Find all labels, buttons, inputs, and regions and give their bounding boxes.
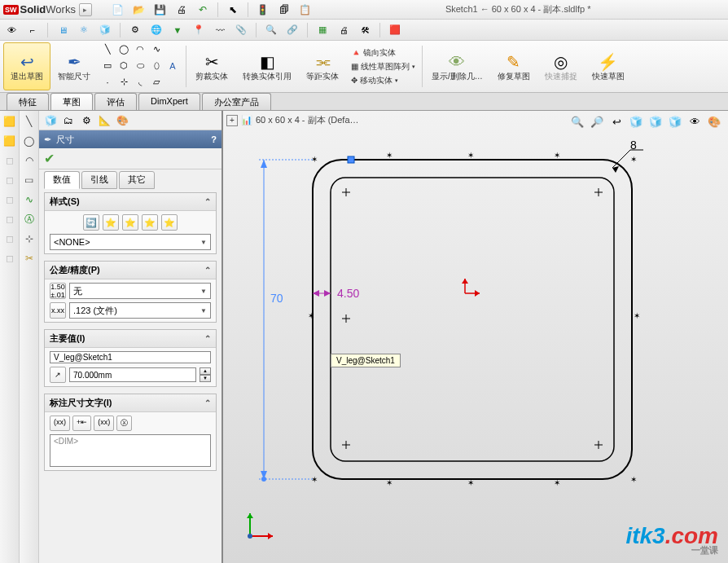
primary-header[interactable]: 主要值(I)⌃ <box>45 330 216 348</box>
hole-icon[interactable]: ◻ <box>2 251 17 266</box>
graphics-area[interactable]: + 📊 60 x 60 x 4 - 副本 (Defa… 🔍 🔎 ↩ 🧊 🧊 🧊 … <box>223 111 728 563</box>
menu-chevron-icon[interactable]: ▸ <box>79 3 92 16</box>
tab-evaluate[interactable]: 评估 <box>94 93 137 110</box>
tab-office[interactable]: 办公室产品 <box>202 93 271 110</box>
style-star-add-icon[interactable]: ⭐ <box>103 214 119 231</box>
exit-sketch-button[interactable]: ↩ 退出草图 <box>3 42 50 90</box>
undo-icon[interactable]: ↶ <box>196 3 209 16</box>
pin-icon[interactable]: 📍 <box>192 24 205 37</box>
plane-icon[interactable]: ▱ <box>150 76 163 89</box>
rect2-icon[interactable]: ▭ <box>22 173 37 187</box>
spline-icon[interactable]: ∿ <box>150 43 163 56</box>
line2-icon[interactable]: ╲ <box>22 114 37 129</box>
extrude-icon[interactable]: 🟨 <box>2 114 17 129</box>
dimension-8[interactable]: 8 <box>630 139 637 152</box>
ellipse-icon[interactable]: ⬯ <box>150 59 163 73</box>
point-icon[interactable]: · <box>101 76 114 89</box>
smart-dimension-button[interactable]: ✒ 智能尺寸 <box>50 42 98 90</box>
config-mgr-icon[interactable]: ⚙ <box>80 114 93 127</box>
new-file-icon[interactable]: 📄 <box>112 3 125 16</box>
style-star-del-icon[interactable]: ⭐ <box>122 214 138 231</box>
tab-features[interactable]: 特征 <box>7 93 49 110</box>
symbol-button[interactable]: ⓧ <box>116 416 132 431</box>
feature-tree-icon[interactable]: 🧊 <box>44 114 57 127</box>
subtab-other[interactable]: 其它 <box>119 171 155 189</box>
dimension-name-input[interactable] <box>50 351 211 363</box>
prefix-button[interactable]: +⇤ <box>72 416 91 431</box>
style-star-save-icon[interactable]: ⭐ <box>142 214 158 231</box>
suffix-button[interactable]: (xx) <box>94 416 114 431</box>
trim2-icon[interactable]: ✂ <box>22 251 37 266</box>
style-load-icon[interactable]: 🔄 <box>83 214 99 231</box>
options-icon[interactable]: 🗐 <box>278 3 291 16</box>
globe-icon[interactable]: 🌐 <box>150 24 163 37</box>
point2-icon[interactable]: ⊹ <box>22 231 37 246</box>
show-hide-button[interactable]: 👁 显示/删除几… <box>424 42 490 90</box>
select-icon[interactable]: ⬉ <box>226 3 239 16</box>
convert-button[interactable]: ◧ 转换实体引用 <box>235 42 299 90</box>
network-icon[interactable]: ⚛ <box>77 24 90 37</box>
search-icon[interactable]: 🔍 <box>265 24 278 37</box>
rapid-sketch-button[interactable]: ⚡ 快速草图 <box>585 42 632 90</box>
style-star-update-icon[interactable]: ⭐ <box>161 214 178 231</box>
ok-check-icon[interactable]: ✔ <box>44 151 55 166</box>
arc2-icon[interactable]: ◠ <box>22 153 37 168</box>
tab-dimxpert[interactable]: DimXpert <box>138 93 200 110</box>
move-row[interactable]: ✥移动实体▾ <box>351 75 415 86</box>
sweep-icon[interactable]: ◻ <box>2 153 17 168</box>
rectangle-icon[interactable]: ▭ <box>101 59 114 73</box>
slot-icon[interactable]: ⬭ <box>134 59 147 73</box>
value-spinner[interactable]: ▲▼ <box>200 367 211 382</box>
tab-sketch[interactable]: 草图 <box>50 93 93 110</box>
open-file-icon[interactable]: 📂 <box>133 3 146 16</box>
dimension-value-input[interactable] <box>69 367 196 382</box>
circle2-icon[interactable]: ◯ <box>22 134 37 148</box>
boundary-icon[interactable]: ◻ <box>2 192 17 207</box>
corner-icon[interactable]: ⌐ <box>26 24 39 37</box>
tools-icon[interactable]: 🛠 <box>358 24 371 37</box>
tolerance-mode-combo[interactable]: 无▼ <box>69 283 211 299</box>
linear-pattern-row[interactable]: ▦线性草图阵列▾ <box>351 61 415 73</box>
excel-icon[interactable]: ▦ <box>316 24 329 37</box>
link-icon[interactable]: 🔗 <box>286 24 299 37</box>
quick-snap-button[interactable]: ◎ 快速捕捉 <box>537 42 585 90</box>
centerline-icon[interactable]: ⊹ <box>117 76 130 89</box>
circle-icon[interactable]: ◯ <box>117 43 130 56</box>
cut-extrude-icon[interactable]: ◻ <box>2 212 17 227</box>
status-icon[interactable]: 🟥 <box>388 24 401 37</box>
polygon-icon[interactable]: ⬡ <box>117 59 130 73</box>
arc-icon[interactable]: ◠ <box>134 43 147 56</box>
dimxpert-mgr-icon[interactable]: 📐 <box>98 114 111 127</box>
print-icon[interactable]: 🖨 <box>175 3 188 16</box>
subtab-value[interactable]: 数值 <box>44 171 80 189</box>
rebuild-icon[interactable]: 🚦 <box>257 3 270 16</box>
text2-icon[interactable]: Ⓐ <box>22 212 37 227</box>
loft-icon[interactable]: ◻ <box>2 173 17 187</box>
style-combo[interactable]: <NONE>▼ <box>50 234 211 250</box>
display-mgr-icon[interactable]: 🎨 <box>116 114 129 127</box>
property-mgr-icon[interactable]: 🗂 <box>62 114 75 127</box>
dimtext-header[interactable]: 标注尺寸文字(I)⌃ <box>45 394 216 412</box>
fillet-icon[interactable]: ◟ <box>134 76 147 89</box>
down-icon[interactable]: ▼ <box>171 24 184 37</box>
print2-icon[interactable]: 🖨 <box>337 24 350 37</box>
repair-button[interactable]: ✎ 修复草图 <box>490 42 537 90</box>
gear-icon[interactable]: ⚙ <box>129 24 142 37</box>
dimension-text-area[interactable]: <DIM> <box>50 434 211 467</box>
mirror-row[interactable]: 🔺镜向实体 <box>351 47 415 59</box>
text-icon[interactable]: A <box>166 59 179 73</box>
line-icon[interactable]: ╲ <box>101 43 114 56</box>
style-header[interactable]: 样式(S)⌃ <box>45 193 216 211</box>
dimension-70[interactable]: 70 <box>270 292 283 305</box>
wave-icon[interactable]: 〰 <box>213 24 226 37</box>
offset-button[interactable]: ⫘ 等距实体 <box>299 42 346 90</box>
link-value-icon[interactable]: ↗ <box>50 367 66 383</box>
trim-button[interactable]: ✂ 剪裁实体 <box>188 42 235 90</box>
cube-icon[interactable]: 🧊 <box>99 24 112 37</box>
precision-combo[interactable]: .123 (文件)▼ <box>69 302 211 319</box>
tolerance-header[interactable]: 公差/精度(P)⌃ <box>45 262 216 279</box>
help-icon[interactable]: ? <box>211 134 217 144</box>
subtab-leaders[interactable]: 引线 <box>81 171 117 189</box>
revolve-icon[interactable]: 🟨 <box>2 134 17 148</box>
view-orientation-icon[interactable]: 👁 <box>5 24 18 37</box>
